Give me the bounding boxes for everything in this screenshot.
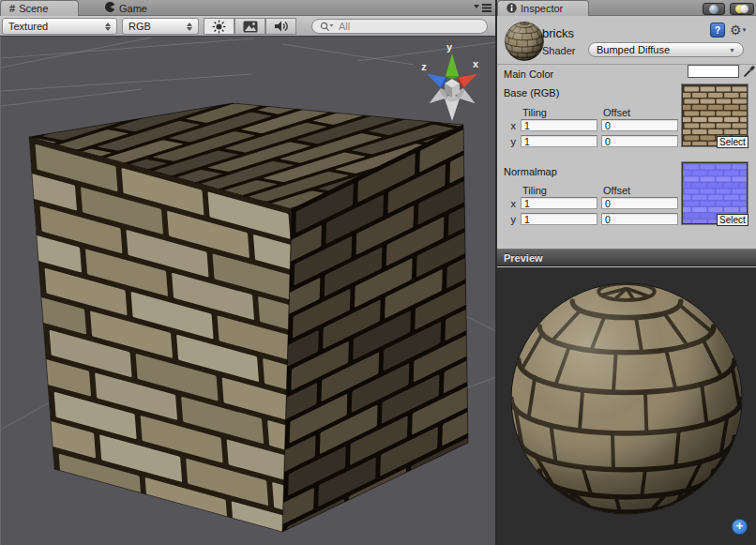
base-y-label: y xyxy=(505,136,516,147)
gizmo-y-label: y xyxy=(446,41,453,53)
gizmo-z-label: z xyxy=(421,61,427,72)
updown-arrows-icon xyxy=(105,23,111,31)
grid-icon: # xyxy=(9,4,15,14)
speaker-icon xyxy=(274,20,289,33)
base-tiling-x-field[interactable] xyxy=(521,119,597,131)
normal-offset-header: Offset xyxy=(603,185,630,196)
preview-title: Preview xyxy=(504,252,543,264)
base-tiling-header: Tiling xyxy=(522,107,547,118)
scene-toolbar: Textured RGB xyxy=(0,16,495,37)
normal-x-label: x xyxy=(505,198,516,209)
base-offset-header: Offset xyxy=(603,107,630,118)
normalmap-label: Normalmap xyxy=(504,166,557,177)
image-icon xyxy=(243,21,258,33)
tab-inspector-label: Inspector xyxy=(521,3,563,14)
main-color-label: Main Color xyxy=(504,68,553,80)
material-header: bricks Shader Bumped Diffuse ▼ ? ⚙▼ xyxy=(497,16,756,65)
normal-offset-y-field[interactable] xyxy=(601,213,678,225)
gear-icon[interactable]: ⚙▼ xyxy=(730,23,748,38)
shader-value: Bumped Diffuse xyxy=(597,44,670,55)
eyedropper-icon[interactable] xyxy=(743,64,756,78)
updown-arrows-icon xyxy=(187,23,192,31)
color-mode-dropdown[interactable]: RGB xyxy=(122,18,199,35)
color-mode-label: RGB xyxy=(129,21,181,32)
normal-tiling-header: Tiling xyxy=(522,185,547,196)
normal-tiling-x-field[interactable] xyxy=(521,197,597,209)
tab-scene-label: Scene xyxy=(19,3,48,14)
material-preview-thumb xyxy=(504,21,545,62)
tab-game-label: Game xyxy=(119,3,147,14)
preview-sphere-render xyxy=(497,267,756,545)
sun-icon xyxy=(212,20,226,34)
axis-neg-y-cone[interactable] xyxy=(445,96,460,121)
help-icon[interactable]: ? xyxy=(710,23,725,38)
shader-dropdown[interactable]: Bumped Diffuse ▼ xyxy=(588,42,744,57)
normalmap-select-button[interactable]: Select xyxy=(717,214,748,226)
axis-x-cone[interactable] xyxy=(457,68,481,88)
unity-editor-window: # Scene Game Textured RGB xyxy=(0,0,756,545)
base-tiling-y-field[interactable] xyxy=(521,135,597,147)
preview-header[interactable]: Preview xyxy=(497,249,756,266)
tab-inspector[interactable]: Inspector xyxy=(497,0,589,16)
scene-search-field[interactable] xyxy=(311,19,488,34)
audio-toggle-button[interactable] xyxy=(265,18,296,35)
scene-tabstrip: # Scene Game xyxy=(0,0,495,16)
lighting-toggle-button[interactable] xyxy=(204,18,234,35)
axis-y-cone[interactable] xyxy=(446,53,459,79)
normal-y-label: y xyxy=(505,214,516,225)
add-preview-icon[interactable]: + xyxy=(732,519,748,535)
pacman-icon xyxy=(105,2,115,14)
tab-scene[interactable]: # Scene xyxy=(0,0,79,16)
sphere-shape-icon xyxy=(709,5,718,14)
chevron-down-icon: ▼ xyxy=(729,47,735,53)
material-inspector: bricks Shader Bumped Diffuse ▼ ? ⚙▼ Main… xyxy=(497,16,756,249)
base-texture-select-button[interactable]: Select xyxy=(717,136,748,148)
normal-tiling-y-field[interactable] xyxy=(521,213,597,225)
search-input[interactable] xyxy=(337,20,468,33)
orientation-gizmo[interactable]: y x z xyxy=(412,40,492,127)
main-color-swatch[interactable] xyxy=(688,65,739,78)
preview-shape-button[interactable] xyxy=(703,3,725,15)
material-name: bricks xyxy=(542,26,574,40)
base-x-label: x xyxy=(505,120,516,131)
draw-mode-dropdown[interactable]: Textured xyxy=(2,18,117,35)
normal-offset-x-field[interactable] xyxy=(601,197,678,209)
scene-viewport[interactable]: y x z xyxy=(0,37,495,545)
light-off-icon xyxy=(740,5,748,13)
base-offset-x-field[interactable] xyxy=(601,119,678,131)
draw-mode-label: Textured xyxy=(8,21,99,32)
axis-z-cone[interactable] xyxy=(424,68,447,88)
search-icon xyxy=(320,22,334,32)
tab-game[interactable]: Game xyxy=(97,0,172,16)
base-offset-y-field[interactable] xyxy=(601,135,678,147)
scene-panel-menu-icon[interactable] xyxy=(474,3,492,12)
shader-label: Shader xyxy=(542,45,575,56)
info-icon xyxy=(507,3,517,15)
inspector-panel: Inspector bricks Shader Bumped Diffuse ▼ xyxy=(497,0,756,545)
material-preview-viewport[interactable]: + xyxy=(497,267,756,545)
skybox-toggle-button[interactable] xyxy=(234,18,265,35)
base-texture-label: Base (RGB) xyxy=(504,87,559,98)
preview-lighting-button[interactable] xyxy=(730,3,754,15)
gizmo-x-label: x xyxy=(473,58,479,69)
